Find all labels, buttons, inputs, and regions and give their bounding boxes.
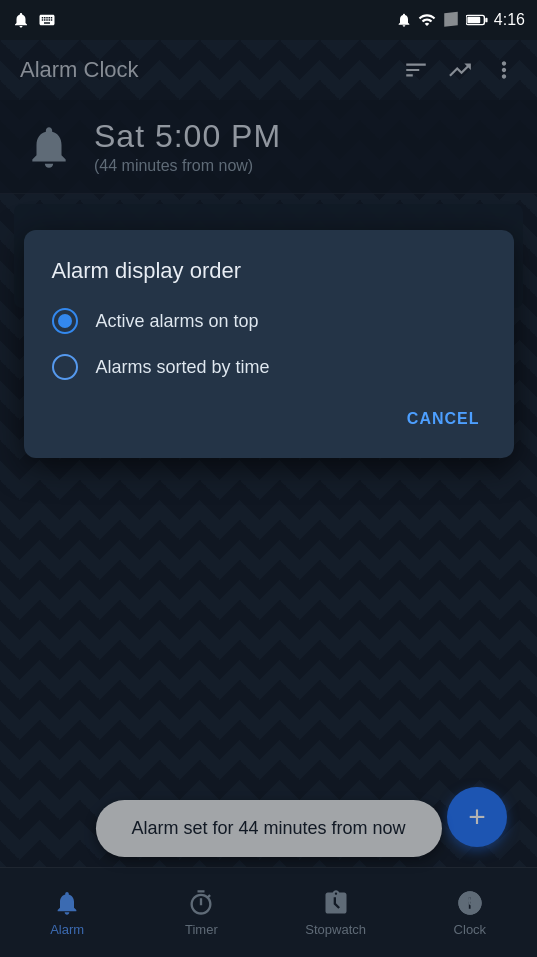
radio-label-sorted-by-time: Alarms sorted by time [96,357,270,378]
cancel-button[interactable]: CANCEL [401,400,486,438]
svg-rect-1 [467,17,480,23]
wifi-status-icon [418,11,436,29]
status-bar: 4:16 [0,0,537,40]
status-time: 4:16 [494,11,525,29]
radio-button-sorted-by-time[interactable] [52,354,78,380]
status-bar-left [12,11,56,29]
status-bar-right: 4:16 [396,11,525,29]
alarm-display-order-dialog: Alarm display order Active alarms on top… [24,230,514,458]
dialog-title: Alarm display order [52,258,486,284]
dialog-actions: CANCEL [52,400,486,444]
app-background: Alarm Clock Sat 5:00 PM (44 minutes from… [0,40,537,957]
alarm-clock-status-icon [396,12,412,28]
radio-label-active-on-top: Active alarms on top [96,311,259,332]
radio-option-sorted-by-time[interactable]: Alarms sorted by time [52,354,486,380]
signal-status-icon [442,11,460,29]
keyboard-status-icon [38,11,56,29]
radio-option-active-on-top[interactable]: Active alarms on top [52,308,486,334]
battery-status-icon [466,12,488,28]
svg-rect-2 [485,18,487,23]
alarm-status-icon [12,11,30,29]
radio-button-active-on-top[interactable] [52,308,78,334]
dialog-overlay: Alarm display order Active alarms on top… [0,40,537,957]
